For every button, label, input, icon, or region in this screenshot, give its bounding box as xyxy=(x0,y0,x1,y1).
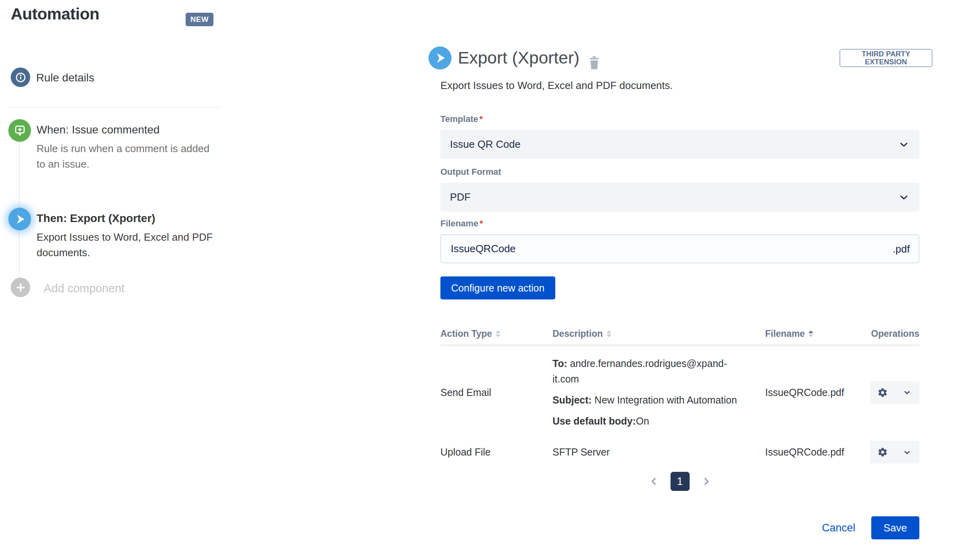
then-step-description: Export Issues to Word, Excel and PDF doc… xyxy=(37,230,219,261)
sort-icon xyxy=(607,330,611,337)
action-config-form: Template* Issue QR Code Output Format PD… xyxy=(440,114,919,299)
column-header-filename[interactable]: Filename xyxy=(765,328,863,339)
column-header-action-type[interactable]: Action Type xyxy=(440,328,552,339)
output-format-select-value: PDF xyxy=(450,191,898,203)
info-circle-glyph xyxy=(14,71,27,84)
action-type-cell: Upload File xyxy=(440,446,552,458)
filename-label: Filename* xyxy=(440,218,919,229)
trigger-comment-icon[interactable] xyxy=(8,119,31,142)
configure-new-action-button[interactable]: Configure new action xyxy=(440,276,555,299)
sort-asc-icon xyxy=(808,330,813,337)
chevron-down-icon xyxy=(902,388,912,397)
chevron-left-icon xyxy=(648,476,659,487)
filename-suffix: .pdf xyxy=(893,243,910,255)
output-format-label: Output Format xyxy=(440,167,919,177)
table-row: Send Email To: andre.fernandes.rodrigues… xyxy=(440,346,919,435)
more-operations-button[interactable] xyxy=(895,441,919,463)
table-row: Upload File SFTP Server IssueQRCode.pdf xyxy=(440,435,919,469)
then-step-title[interactable]: Then: Export (Xporter) xyxy=(37,212,155,225)
delete-action-button[interactable] xyxy=(587,55,601,70)
badge-line1: THIRD PARTY xyxy=(862,50,910,58)
more-operations-button[interactable] xyxy=(895,381,919,404)
chevron-down-icon xyxy=(898,139,910,151)
column-label: Filename xyxy=(765,328,805,339)
required-mark: * xyxy=(479,114,483,124)
description-cell: To: andre.fernandes.rodrigues@xpand-it.c… xyxy=(552,356,765,429)
cancel-button[interactable]: Cancel xyxy=(822,522,855,534)
operations-button-group xyxy=(870,381,919,404)
settings-button[interactable] xyxy=(870,441,895,463)
action-description: Export Issues to Word, Excel and PDF doc… xyxy=(440,79,673,92)
previous-page-button[interactable] xyxy=(648,476,659,487)
sort-icon xyxy=(496,330,500,337)
action-title: Export (Xporter) xyxy=(458,48,580,68)
add-component-icon[interactable] xyxy=(11,278,30,297)
description-line: Subject: New Integration with Automation xyxy=(552,392,745,408)
play-arrow-glyph xyxy=(13,212,27,226)
filename-cell: IssueQRCode.pdf xyxy=(765,446,863,458)
sidebar-item-rule-details[interactable]: Rule details xyxy=(36,71,94,84)
info-icon[interactable] xyxy=(11,68,30,87)
column-label: Operations xyxy=(871,328,919,339)
required-mark: * xyxy=(479,218,483,228)
operations-cell xyxy=(870,381,919,404)
description-cell: SFTP Server xyxy=(552,446,765,458)
chevron-right-icon xyxy=(701,476,712,487)
settings-button[interactable] xyxy=(870,381,895,404)
output-format-label-text: Output Format xyxy=(440,167,501,177)
description-line: Use default body:On xyxy=(552,413,745,429)
operations-cell xyxy=(870,441,919,463)
xporter-logo-icon xyxy=(428,46,452,70)
trash-icon xyxy=(587,55,601,70)
filename-field-wrap: .pdf xyxy=(440,234,919,263)
comment-plus-glyph xyxy=(13,124,27,137)
column-header-description[interactable]: Description xyxy=(552,328,765,339)
template-select-value: Issue QR Code xyxy=(450,138,898,151)
badge-line2: EXTENSION xyxy=(865,58,907,66)
plus-glyph xyxy=(15,282,26,293)
when-step-description: Rule is run when a comment is added to a… xyxy=(37,141,211,172)
page-title-automation: Automation xyxy=(11,5,99,23)
template-label-text: Template xyxy=(440,114,478,124)
table-header-row: Action Type Description Filename Operati… xyxy=(440,328,919,346)
save-button[interactable]: Save xyxy=(871,516,919,539)
column-header-operations: Operations xyxy=(863,328,919,339)
when-step-title[interactable]: When: Issue commented xyxy=(37,124,160,136)
template-select[interactable]: Issue QR Code xyxy=(440,130,919,159)
action-type-cell: Send Email xyxy=(440,387,552,398)
column-label: Action Type xyxy=(440,328,492,339)
new-badge: NEW xyxy=(186,13,213,26)
chevron-down-icon xyxy=(902,448,912,457)
gear-icon xyxy=(877,447,888,458)
template-label: Template* xyxy=(440,114,919,124)
actions-table: Action Type Description Filename Operati… xyxy=(440,328,919,469)
filename-cell: IssueQRCode.pdf xyxy=(765,387,863,398)
form-footer: Cancel Save xyxy=(440,516,919,539)
xporter-play-icon[interactable] xyxy=(8,208,31,230)
add-component-button[interactable]: Add component xyxy=(44,282,124,295)
next-page-button[interactable] xyxy=(701,476,712,487)
third-party-extension-badge: THIRD PARTY EXTENSION xyxy=(839,49,932,67)
filename-input[interactable] xyxy=(440,234,919,263)
description-line: To: andre.fernandes.rodrigues@xpand-it.c… xyxy=(552,356,745,387)
chevron-down-icon xyxy=(898,191,910,203)
play-arrow-glyph xyxy=(433,51,447,65)
operations-button-group xyxy=(870,441,919,463)
pagination: 1 xyxy=(440,472,919,491)
gear-icon xyxy=(877,387,888,398)
current-page-button[interactable]: 1 xyxy=(671,472,690,491)
filename-label-text: Filename xyxy=(440,218,478,228)
output-format-select[interactable]: PDF xyxy=(440,183,919,212)
column-label: Description xyxy=(552,328,603,339)
sidebar-divider xyxy=(10,107,221,108)
